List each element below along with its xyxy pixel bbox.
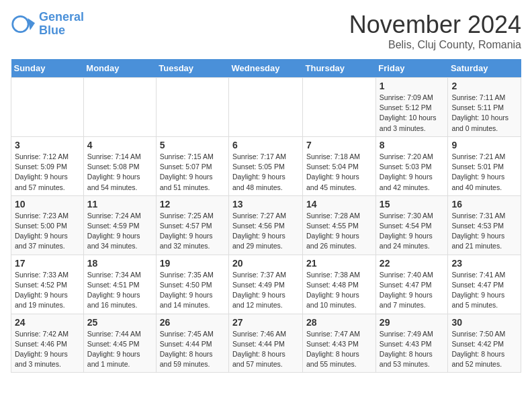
day-cell: 29Sunrise: 7:49 AM Sunset: 4:43 PM Dayli… [375, 314, 448, 373]
day-number: 11 [87, 199, 152, 210]
day-info: Sunrise: 7:20 AM Sunset: 5:03 PM Dayligh… [380, 152, 445, 193]
day-number: 28 [306, 317, 372, 328]
day-info: Sunrise: 7:25 AM Sunset: 4:57 PM Dayligh… [160, 211, 225, 252]
day-number: 8 [380, 140, 445, 150]
day-number: 16 [451, 199, 517, 210]
day-number: 7 [306, 140, 372, 150]
day-cell: 1Sunrise: 7:09 AM Sunset: 5:12 PM Daylig… [375, 78, 448, 137]
day-info: Sunrise: 7:09 AM Sunset: 5:12 PM Dayligh… [380, 93, 445, 134]
day-number: 29 [380, 317, 445, 328]
header-cell-sunday: Sunday [11, 59, 84, 78]
day-number: 25 [87, 317, 152, 328]
day-number: 4 [87, 140, 152, 150]
day-info: Sunrise: 7:24 AM Sunset: 4:59 PM Dayligh… [87, 211, 152, 252]
day-number: 22 [380, 258, 445, 269]
day-cell: 3Sunrise: 7:12 AM Sunset: 5:09 PM Daylig… [11, 136, 84, 195]
header-row: SundayMondayTuesdayWednesdayThursdayFrid… [11, 59, 521, 78]
week-row-4: 17Sunrise: 7:33 AM Sunset: 4:52 PM Dayli… [11, 255, 521, 314]
day-cell: 4Sunrise: 7:14 AM Sunset: 5:08 PM Daylig… [83, 136, 156, 195]
day-number: 15 [380, 199, 445, 210]
day-info: Sunrise: 7:15 AM Sunset: 5:07 PM Dayligh… [160, 152, 225, 193]
day-info: Sunrise: 7:50 AM Sunset: 4:42 PM Dayligh… [451, 329, 517, 370]
day-cell: 21Sunrise: 7:38 AM Sunset: 4:48 PM Dayli… [303, 255, 376, 314]
header-cell-thursday: Thursday [303, 59, 376, 78]
day-info: Sunrise: 7:14 AM Sunset: 5:08 PM Dayligh… [87, 152, 152, 193]
week-row-3: 10Sunrise: 7:23 AM Sunset: 5:00 PM Dayli… [11, 195, 521, 255]
day-cell: 30Sunrise: 7:50 AM Sunset: 4:42 PM Dayli… [448, 314, 521, 373]
day-cell: 26Sunrise: 7:45 AM Sunset: 4:44 PM Dayli… [156, 314, 228, 373]
day-cell: 11Sunrise: 7:24 AM Sunset: 4:59 PM Dayli… [83, 195, 156, 255]
day-number: 10 [15, 199, 80, 210]
calendar-table: SundayMondayTuesdayWednesdayThursdayFrid… [11, 59, 521, 373]
day-number: 27 [232, 317, 299, 328]
day-cell [156, 78, 228, 137]
day-number: 12 [160, 199, 225, 210]
logo-line1: General [39, 10, 84, 24]
day-cell: 13Sunrise: 7:27 AM Sunset: 4:56 PM Dayli… [229, 195, 303, 255]
day-info: Sunrise: 7:47 AM Sunset: 4:43 PM Dayligh… [306, 329, 372, 370]
day-number: 26 [160, 317, 225, 328]
day-cell: 19Sunrise: 7:35 AM Sunset: 4:50 PM Dayli… [156, 255, 228, 314]
day-info: Sunrise: 7:17 AM Sunset: 5:05 PM Dayligh… [232, 152, 299, 193]
day-number: 3 [15, 140, 80, 150]
day-cell: 18Sunrise: 7:34 AM Sunset: 4:51 PM Dayli… [83, 255, 156, 314]
day-number: 2 [451, 81, 517, 91]
day-info: Sunrise: 7:11 AM Sunset: 5:11 PM Dayligh… [451, 93, 517, 134]
week-row-1: 1Sunrise: 7:09 AM Sunset: 5:12 PM Daylig… [11, 78, 521, 137]
calendar-body: 1Sunrise: 7:09 AM Sunset: 5:12 PM Daylig… [11, 78, 521, 373]
day-cell: 25Sunrise: 7:44 AM Sunset: 4:45 PM Dayli… [83, 314, 156, 373]
day-cell: 17Sunrise: 7:33 AM Sunset: 4:52 PM Dayli… [11, 255, 84, 314]
day-info: Sunrise: 7:30 AM Sunset: 4:54 PM Dayligh… [380, 211, 445, 252]
day-info: Sunrise: 7:38 AM Sunset: 4:48 PM Dayligh… [306, 270, 372, 311]
day-number: 5 [160, 140, 225, 150]
day-number: 19 [160, 258, 225, 269]
day-info: Sunrise: 7:21 AM Sunset: 5:01 PM Dayligh… [451, 152, 517, 193]
day-number: 1 [380, 81, 445, 91]
day-cell: 14Sunrise: 7:28 AM Sunset: 4:55 PM Dayli… [303, 195, 376, 255]
day-info: Sunrise: 7:40 AM Sunset: 4:47 PM Dayligh… [380, 270, 445, 311]
calendar-header: SundayMondayTuesdayWednesdayThursdayFrid… [11, 59, 521, 78]
day-info: Sunrise: 7:45 AM Sunset: 4:44 PM Dayligh… [160, 329, 225, 370]
day-cell: 8Sunrise: 7:20 AM Sunset: 5:03 PM Daylig… [375, 136, 448, 195]
day-cell: 20Sunrise: 7:37 AM Sunset: 4:49 PM Dayli… [229, 255, 303, 314]
day-number: 24 [15, 317, 80, 328]
day-number: 23 [451, 258, 517, 269]
day-info: Sunrise: 7:42 AM Sunset: 4:46 PM Dayligh… [15, 329, 80, 370]
day-cell: 6Sunrise: 7:17 AM Sunset: 5:05 PM Daylig… [229, 136, 303, 195]
day-cell [229, 78, 303, 137]
day-cell: 10Sunrise: 7:23 AM Sunset: 5:00 PM Dayli… [11, 195, 84, 255]
month-title: November 2024 [349, 11, 521, 39]
day-info: Sunrise: 7:34 AM Sunset: 4:51 PM Dayligh… [87, 270, 152, 311]
day-cell: 7Sunrise: 7:18 AM Sunset: 5:04 PM Daylig… [303, 136, 376, 195]
day-info: Sunrise: 7:44 AM Sunset: 4:45 PM Dayligh… [87, 329, 152, 370]
svg-point-0 [13, 16, 28, 32]
day-cell: 24Sunrise: 7:42 AM Sunset: 4:46 PM Dayli… [11, 314, 84, 373]
day-cell: 22Sunrise: 7:40 AM Sunset: 4:47 PM Dayli… [375, 255, 448, 314]
day-info: Sunrise: 7:49 AM Sunset: 4:43 PM Dayligh… [380, 329, 445, 370]
day-info: Sunrise: 7:12 AM Sunset: 5:09 PM Dayligh… [15, 152, 80, 193]
day-info: Sunrise: 7:27 AM Sunset: 4:56 PM Dayligh… [232, 211, 299, 252]
logo-icon [11, 12, 35, 36]
day-number: 6 [232, 140, 299, 150]
week-row-2: 3Sunrise: 7:12 AM Sunset: 5:09 PM Daylig… [11, 136, 521, 195]
day-number: 20 [232, 258, 299, 269]
day-number: 30 [451, 317, 517, 328]
day-cell [83, 78, 156, 137]
day-number: 17 [15, 258, 80, 269]
logo-line2: Blue [39, 24, 65, 37]
header-cell-tuesday: Tuesday [156, 59, 228, 78]
day-info: Sunrise: 7:35 AM Sunset: 4:50 PM Dayligh… [160, 270, 225, 311]
week-row-5: 24Sunrise: 7:42 AM Sunset: 4:46 PM Dayli… [11, 314, 521, 373]
day-number: 18 [87, 258, 152, 269]
day-cell [11, 78, 84, 137]
header-cell-monday: Monday [83, 59, 156, 78]
day-info: Sunrise: 7:18 AM Sunset: 5:04 PM Dayligh… [306, 152, 372, 193]
day-cell: 15Sunrise: 7:30 AM Sunset: 4:54 PM Dayli… [375, 195, 448, 255]
day-info: Sunrise: 7:33 AM Sunset: 4:52 PM Dayligh… [15, 270, 80, 311]
day-number: 21 [306, 258, 372, 269]
header: General Blue November 2024 Belis, Cluj C… [11, 11, 521, 51]
day-info: Sunrise: 7:41 AM Sunset: 4:47 PM Dayligh… [451, 270, 517, 311]
header-cell-friday: Friday [375, 59, 448, 78]
day-cell [303, 78, 376, 137]
day-info: Sunrise: 7:31 AM Sunset: 4:53 PM Dayligh… [451, 211, 517, 252]
